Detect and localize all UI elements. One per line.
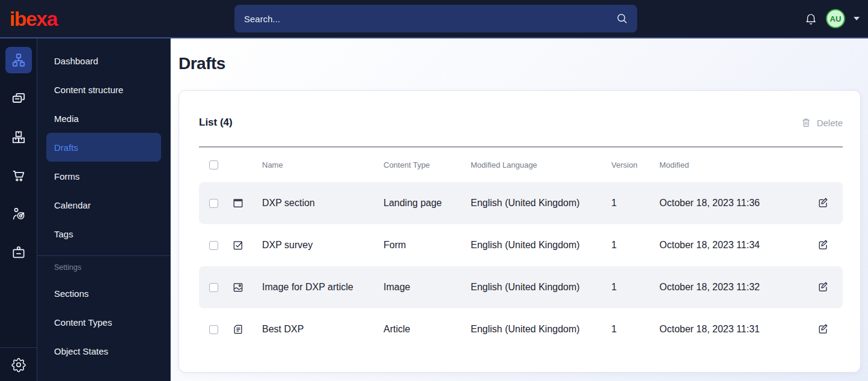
topbar: ibexa AU [0, 0, 868, 38]
search-input[interactable] [244, 14, 616, 24]
edit-icon [817, 239, 829, 251]
delete-button[interactable]: Delete [801, 117, 843, 128]
row-checkbox[interactable] [209, 241, 218, 250]
row-modified: October 18, 2023 11:31 [659, 324, 808, 335]
edit-button[interactable] [816, 323, 830, 336]
column-header-modified-language: Modified Language [471, 160, 611, 169]
badge-icon [11, 245, 26, 260]
sidebar-item-content-types[interactable]: Content Types [46, 308, 161, 337]
table-header-row: Name Content Type Modified Language Vers… [199, 147, 843, 182]
edit-button[interactable] [816, 239, 830, 252]
rail-item-media[interactable] [5, 85, 32, 112]
list-count-title: List (4) [199, 117, 233, 129]
search-icon[interactable] [616, 12, 629, 25]
sidebar-menu: Dashboard Content structure Media Drafts… [37, 38, 171, 381]
row-name[interactable]: Best DXP [262, 324, 384, 335]
delete-button-label: Delete [817, 118, 843, 128]
drafts-card: List (4) Delete Name Content Type Modifi… [179, 90, 861, 373]
sidebar-item-content-structure[interactable]: Content structure [46, 75, 161, 104]
edit-icon [817, 281, 829, 293]
rail-item-personalization[interactable] [5, 201, 32, 227]
personalization-target-icon [11, 206, 26, 222]
column-header-version: Version [611, 160, 659, 169]
page-title: Drafts [179, 54, 868, 73]
sitemap-icon [11, 52, 26, 68]
settings-section-header: Settings [37, 256, 170, 279]
row-version: 1 [611, 240, 659, 251]
image-icon [232, 281, 244, 293]
sidebar-item-forms[interactable]: Forms [46, 162, 161, 190]
sidebar-item-calendar[interactable]: Calendar [46, 190, 161, 219]
sidebar-item-media[interactable]: Media [46, 104, 161, 133]
rail-bottom-section [0, 347, 37, 381]
media-cards-icon [11, 91, 26, 106]
sidebar-item-tags[interactable]: Tags [46, 219, 161, 248]
edit-button[interactable] [816, 281, 830, 294]
edit-button[interactable] [816, 197, 830, 210]
ibexa-logo[interactable]: ibexa [10, 8, 130, 29]
row-content-type: Image [384, 282, 471, 293]
row-checkbox[interactable] [209, 283, 218, 292]
edit-icon [817, 323, 829, 335]
row-language: English (United Kingdom) [471, 240, 611, 251]
row-language: English (United Kingdom) [471, 198, 611, 209]
table-row[interactable]: Image for DXP article Image English (Uni… [199, 266, 843, 308]
product-boxes-icon [11, 129, 26, 145]
main-content: Drafts List (4) Delete Name Content Type [171, 38, 868, 381]
global-search[interactable] [234, 5, 637, 32]
row-modified: October 18, 2023 11:32 [659, 282, 808, 293]
sidebar-item-dashboard[interactable]: Dashboard [46, 46, 161, 75]
row-name[interactable]: DXP survey [262, 240, 384, 251]
row-version: 1 [611, 324, 659, 335]
landing-page-icon [232, 197, 244, 209]
table-row[interactable]: DXP section Landing page English (United… [199, 182, 843, 224]
row-checkbox[interactable] [209, 199, 218, 208]
gear-icon [11, 357, 26, 373]
user-avatar[interactable]: AU [826, 9, 845, 28]
row-checkbox[interactable] [209, 325, 218, 334]
rail-item-admin[interactable] [5, 239, 32, 266]
row-content-type: Form [384, 240, 471, 251]
article-icon [232, 323, 244, 335]
trash-icon [801, 117, 811, 128]
rail-item-commerce[interactable] [5, 162, 32, 189]
rail-item-product-catalog[interactable] [5, 124, 32, 150]
sidebar-item-drafts[interactable]: Drafts [46, 133, 161, 162]
notifications-bell-icon[interactable] [804, 12, 818, 25]
rail-item-settings[interactable] [5, 352, 32, 378]
sidebar-item-object-states[interactable]: Object States [46, 337, 161, 365]
row-language: English (United Kingdom) [471, 282, 611, 293]
user-menu-chevron-down-icon[interactable] [854, 17, 860, 20]
table-row[interactable]: DXP survey Form English (United Kingdom)… [199, 224, 843, 266]
select-all-checkbox[interactable] [209, 160, 218, 169]
column-header-name: Name [262, 160, 384, 169]
row-name[interactable]: Image for DXP article [262, 282, 384, 293]
row-content-type: Landing page [384, 198, 471, 209]
row-content-type: Article [384, 324, 471, 335]
column-header-modified: Modified [659, 160, 808, 169]
row-modified: October 18, 2023 11:34 [659, 240, 808, 251]
row-version: 1 [611, 282, 659, 293]
table-row[interactable]: Best DXP Article English (United Kingdom… [199, 308, 843, 350]
rail-item-content[interactable] [5, 47, 32, 73]
topbar-actions: AU [804, 9, 868, 28]
row-name[interactable]: DXP section [262, 198, 384, 209]
column-header-content-type: Content Type [384, 160, 471, 169]
icon-rail [0, 38, 37, 381]
edit-icon [817, 197, 829, 209]
drafts-table: Name Content Type Modified Language Vers… [199, 147, 843, 350]
form-icon [232, 239, 244, 251]
row-language: English (United Kingdom) [471, 324, 611, 335]
shopping-cart-icon [11, 168, 26, 183]
row-version: 1 [611, 198, 659, 209]
row-modified: October 18, 2023 11:36 [659, 198, 808, 209]
sidebar-item-sections[interactable]: Sections [46, 279, 161, 308]
